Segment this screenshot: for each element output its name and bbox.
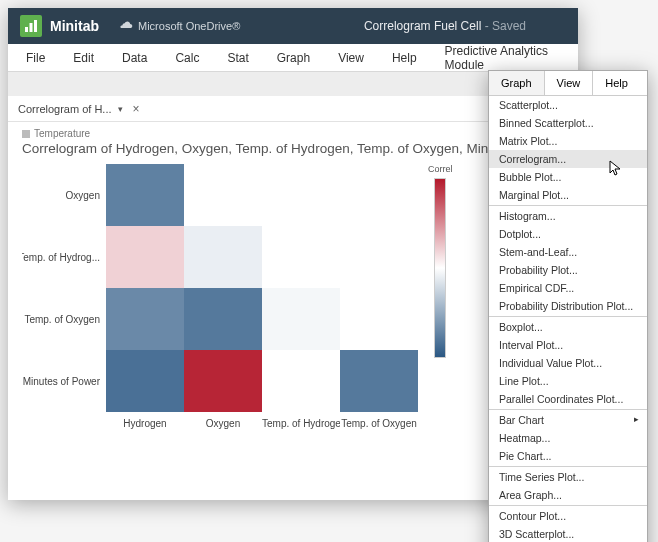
menu-data[interactable]: Data [108,51,161,65]
color-scale-bar [434,178,446,358]
menu-item[interactable]: Probability Distribution Plot... [489,297,647,315]
graph-dropdown-window: Graph View Help Scatterplot...Binned Sca… [488,70,648,542]
submenu-arrow-icon: ▸ [634,414,639,424]
menu-predictive[interactable]: Predictive Analytics Module [431,44,574,72]
data-source-icon [22,130,30,138]
heatmap-cell [262,350,340,412]
y-axis-labels: Oxygen Temp. of Hydrog... Temp. of Oxyge… [22,164,106,412]
menu-separator [489,505,647,506]
menu-view[interactable]: View [324,51,378,65]
menu-item[interactable]: Histogram... [489,207,647,225]
menu-item[interactable]: Individual Value Plot... [489,354,647,372]
menu-item[interactable]: Pie Chart... [489,447,647,465]
heatmap-cell [184,350,262,412]
heatmap-cell [106,288,184,350]
color-legend: Correl [428,164,453,412]
menu-item[interactable]: Dotplot... [489,225,647,243]
menu-item[interactable]: Stem-and-Leaf... [489,243,647,261]
menu-calc[interactable]: Calc [161,51,213,65]
heatmap-grid [106,164,418,412]
y-label: Minutes of Power [22,350,100,412]
menu-item[interactable]: Area Graph... [489,486,647,504]
tab-correlogram[interactable]: Correlogram of H... ▾ × [18,102,140,116]
correlogram-chart: Oxygen Temp. of Hydrog... Temp. of Oxyge… [22,164,564,412]
menu-item[interactable]: Parallel Coordinates Plot... [489,390,647,408]
menu-item[interactable]: Binned Scatterplot... [489,114,647,132]
chevron-down-icon[interactable]: ▾ [118,104,123,114]
menu-item[interactable]: Marginal Plot... [489,186,647,204]
svg-rect-1 [30,23,33,32]
menu-item[interactable]: Correlogram... [489,150,647,168]
menu-item[interactable]: Bubble Plot... [489,168,647,186]
menu-item[interactable]: Interval Plot... [489,336,647,354]
menu-separator [489,466,647,467]
x-label: Temp. of Hydrogen [262,412,340,429]
y-label: Temp. of Hydrog... [22,226,100,288]
menu-item[interactable]: Bar Chart▸ [489,411,647,429]
menubar: File Edit Data Calc Stat Graph View Help… [8,44,578,72]
close-icon[interactable]: × [133,102,140,116]
menu-edit[interactable]: Edit [59,51,108,65]
y-label: Oxygen [22,164,100,226]
heatmap-cell [106,350,184,412]
menu-item[interactable]: Scatterplot... [489,96,647,114]
heatmap-cell [262,226,340,288]
x-label: Oxygen [184,412,262,429]
heatmap-cell [340,288,418,350]
heatmap-cell [262,164,340,226]
heatmap-cell [106,164,184,226]
heatmap-cell [340,350,418,412]
heatmap-cell [184,164,262,226]
dropdown-menu-view[interactable]: View [545,71,594,95]
menu-item[interactable]: Probability Plot... [489,261,647,279]
x-label: Hydrogen [106,412,184,429]
titlebar: Minitab Microsoft OneDrive® Correlogram … [8,8,578,44]
menu-graph[interactable]: Graph [263,51,324,65]
breadcrumb[interactable]: Temperature [22,128,564,139]
heatmap-cell [184,226,262,288]
menu-item[interactable]: Heatmap... [489,429,647,447]
menu-item[interactable]: Matrix Plot... [489,132,647,150]
menu-separator [489,205,647,206]
menu-file[interactable]: File [12,51,59,65]
menu-item[interactable]: Line Plot... [489,372,647,390]
menu-item[interactable]: Empirical CDF... [489,279,647,297]
document-title[interactable]: Correlogram Fuel Cell - Saved [364,19,526,33]
heatmap-cell [340,164,418,226]
onedrive-location[interactable]: Microsoft OneDrive® [119,20,240,32]
app-logo-icon [20,15,42,37]
heatmap-cell [106,226,184,288]
menu-item[interactable]: Time Series Plot... [489,468,647,486]
graph-menu-list: Scatterplot...Binned Scatterplot...Matri… [489,96,647,542]
menu-item[interactable]: Contour Plot... [489,507,647,525]
dropdown-menu-help[interactable]: Help [593,71,640,95]
dropdown-menu-graph[interactable]: Graph [489,71,545,95]
y-label: Temp. of Oxygen [22,288,100,350]
menu-separator [489,316,647,317]
x-label: Temp. of Oxygen [340,412,418,429]
heatmap-cell [340,226,418,288]
svg-rect-0 [25,27,28,32]
menu-item[interactable]: 3D Scatterplot... [489,525,647,542]
svg-rect-2 [34,20,37,32]
menu-help[interactable]: Help [378,51,431,65]
app-brand: Minitab [50,18,99,34]
chart-title: Correlogram of Hydrogen, Oxygen, Temp. o… [22,141,564,156]
menu-separator [489,409,647,410]
heatmap-cell [184,288,262,350]
heatmap-cell [262,288,340,350]
menu-item[interactable]: Boxplot... [489,318,647,336]
menu-stat[interactable]: Stat [213,51,262,65]
dropdown-menubar: Graph View Help [489,71,647,96]
